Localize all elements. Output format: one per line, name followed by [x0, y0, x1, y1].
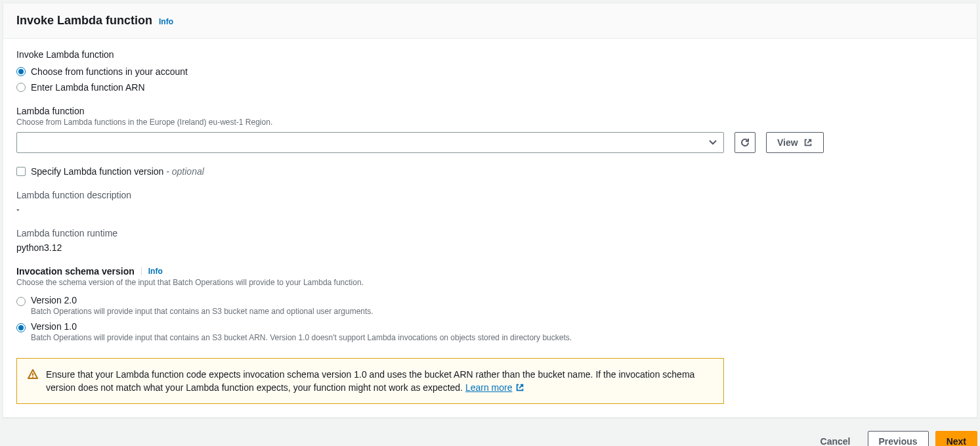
panel-title: Invoke Lambda function — [16, 14, 152, 28]
schema-radio-group: Version 2.0 Batch Operations will provid… — [16, 292, 964, 345]
learn-more-label: Learn more — [465, 381, 513, 394]
schema-block: Invocation schema version Info Choose th… — [16, 266, 964, 345]
next-button[interactable]: Next — [935, 431, 977, 446]
lambda-function-label: Lambda function — [16, 106, 964, 116]
radio-version-2[interactable]: Version 2.0 Batch Operations will provid… — [16, 292, 964, 319]
warning-icon — [28, 369, 38, 394]
runtime-block: Lambda function runtime python3.12 — [16, 228, 964, 253]
schema-label-row: Invocation schema version Info — [16, 266, 964, 277]
source-section-label: Invoke Lambda function — [16, 49, 964, 60]
panel-header-info-link[interactable]: Info — [159, 17, 173, 26]
info-separator — [141, 267, 142, 275]
external-link-icon — [515, 383, 524, 392]
radio-version-1-label: Version 1.0 — [31, 321, 572, 332]
description-label: Lambda function description — [16, 190, 964, 200]
radio-version-2-label: Version 2.0 — [31, 295, 373, 305]
specify-version-checkbox-row[interactable]: Specify Lambda function version - option… — [16, 166, 964, 177]
panel-body: Invoke Lambda function Choose from funct… — [3, 39, 977, 417]
radio-version-1[interactable]: Version 1.0 Batch Operations will provid… — [16, 319, 964, 345]
specify-version-label: Specify Lambda function version - option… — [31, 166, 204, 177]
lambda-function-row: View — [16, 132, 964, 153]
svg-point-1 — [32, 376, 33, 378]
schema-hint: Choose the schema version of the input t… — [16, 278, 964, 287]
runtime-label: Lambda function runtime — [16, 228, 964, 238]
specify-version-text: Specify Lambda function version — [31, 166, 163, 177]
warning-alert: Ensure that your Lambda function code ex… — [16, 358, 724, 404]
radio-version-1-desc: Batch Operations will provide input that… — [31, 333, 572, 342]
panel-header: Invoke Lambda function Info — [3, 3, 977, 39]
warning-text: Ensure that your Lambda function code ex… — [46, 369, 694, 393]
specify-version-checkbox[interactable] — [16, 167, 26, 176]
description-value: - — [16, 204, 964, 215]
cancel-button[interactable]: Cancel — [810, 431, 861, 446]
lambda-function-hint: Choose from Lambda functions in the Euro… — [16, 118, 964, 127]
radio-version-2-input[interactable] — [16, 297, 26, 306]
lambda-function-field: Lambda function Choose from Lambda funct… — [16, 106, 964, 153]
schema-label: Invocation schema version — [16, 266, 135, 277]
refresh-button[interactable] — [735, 132, 756, 153]
schema-info-link[interactable]: Info — [148, 267, 163, 276]
radio-choose-account-input[interactable] — [16, 67, 26, 76]
radio-choose-account-label: Choose from functions in your account — [31, 66, 188, 77]
wizard-footer: Cancel Previous Next — [0, 420, 980, 446]
view-button[interactable]: View — [766, 132, 824, 153]
radio-version-2-desc: Batch Operations will provide input that… — [31, 307, 373, 316]
source-radio-group: Choose from functions in your account En… — [16, 64, 964, 95]
description-block: Lambda function description - — [16, 190, 964, 215]
external-link-icon — [803, 138, 813, 147]
radio-enter-arn-label: Enter Lambda function ARN — [31, 82, 145, 93]
radio-version-1-input[interactable] — [16, 323, 26, 332]
refresh-icon — [740, 137, 750, 148]
previous-button[interactable]: Previous — [868, 431, 929, 446]
lambda-function-select[interactable] — [16, 132, 724, 153]
warning-text-wrapper: Ensure that your Lambda function code ex… — [46, 368, 713, 394]
radio-enter-arn[interactable]: Enter Lambda function ARN — [16, 79, 964, 95]
runtime-value: python3.12 — [16, 242, 964, 253]
learn-more-link[interactable]: Learn more — [465, 381, 524, 394]
invoke-lambda-panel: Invoke Lambda function Info Invoke Lambd… — [3, 3, 977, 418]
view-button-label: View — [777, 137, 798, 148]
caret-down-icon — [709, 140, 717, 145]
radio-choose-account[interactable]: Choose from functions in your account — [16, 64, 964, 79]
specify-version-optional: - optional — [166, 166, 204, 177]
radio-enter-arn-input[interactable] — [16, 83, 26, 92]
